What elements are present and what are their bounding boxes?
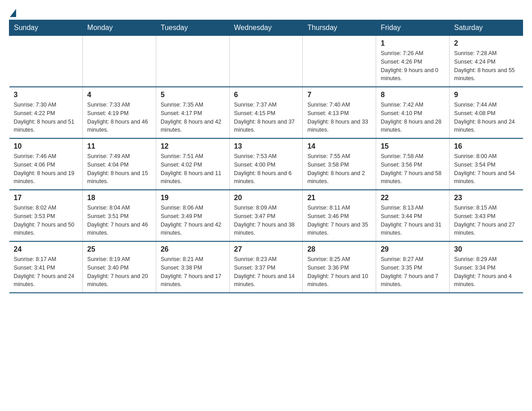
- day-info: Sunrise: 7:40 AMSunset: 4:13 PMDaylight:…: [307, 101, 371, 134]
- calendar-cell: 7Sunrise: 7:40 AMSunset: 4:13 PMDaylight…: [303, 87, 376, 138]
- weekday-header-thursday: Thursday: [303, 20, 376, 36]
- day-info: Sunrise: 7:44 AMSunset: 4:08 PMDaylight:…: [454, 101, 518, 134]
- calendar-cell: 13Sunrise: 7:53 AMSunset: 4:00 PMDayligh…: [229, 138, 303, 190]
- day-number: 12: [161, 142, 225, 150]
- calendar-body: 1Sunrise: 7:26 AMSunset: 4:26 PMDaylight…: [9, 36, 523, 293]
- day-info: Sunrise: 7:46 AMSunset: 4:06 PMDaylight:…: [14, 152, 78, 186]
- day-info: Sunrise: 7:51 AMSunset: 4:02 PMDaylight:…: [161, 152, 225, 186]
- day-number: 11: [87, 142, 151, 150]
- calendar-cell: 4Sunrise: 7:33 AMSunset: 4:19 PMDaylight…: [82, 87, 156, 138]
- weekday-header-monday: Monday: [82, 20, 156, 36]
- day-info: Sunrise: 7:42 AMSunset: 4:10 PMDaylight:…: [381, 101, 445, 134]
- day-number: 15: [381, 142, 445, 150]
- day-info: Sunrise: 8:15 AMSunset: 3:43 PMDaylight:…: [454, 204, 518, 237]
- day-number: 3: [14, 91, 78, 99]
- day-info: Sunrise: 8:00 AMSunset: 3:54 PMDaylight:…: [454, 152, 518, 186]
- calendar-cell: 17Sunrise: 8:02 AMSunset: 3:53 PMDayligh…: [9, 190, 83, 241]
- day-number: 22: [381, 194, 445, 202]
- calendar-cell: 27Sunrise: 8:23 AMSunset: 3:37 PMDayligh…: [229, 241, 303, 293]
- weekday-row: SundayMondayTuesdayWednesdayThursdayFrid…: [9, 20, 523, 36]
- calendar-cell: 20Sunrise: 8:09 AMSunset: 3:47 PMDayligh…: [229, 190, 303, 241]
- day-info: Sunrise: 8:17 AMSunset: 3:41 PMDaylight:…: [14, 255, 78, 289]
- calendar-cell: 10Sunrise: 7:46 AMSunset: 4:06 PMDayligh…: [9, 138, 83, 190]
- weekday-header-sunday: Sunday: [9, 20, 83, 36]
- calendar-cell: 25Sunrise: 8:19 AMSunset: 3:40 PMDayligh…: [82, 241, 156, 293]
- day-number: 17: [14, 194, 78, 202]
- day-number: 30: [454, 245, 518, 253]
- weekday-header-wednesday: Wednesday: [229, 20, 303, 36]
- calendar-cell: 12Sunrise: 7:51 AMSunset: 4:02 PMDayligh…: [156, 138, 229, 190]
- day-info: Sunrise: 8:09 AMSunset: 3:47 PMDaylight:…: [234, 204, 298, 237]
- day-info: Sunrise: 7:33 AMSunset: 4:19 PMDaylight:…: [87, 101, 151, 134]
- day-info: Sunrise: 7:26 AMSunset: 4:26 PMDaylight:…: [381, 49, 445, 83]
- day-number: 25: [87, 245, 151, 253]
- calendar-cell: 18Sunrise: 8:04 AMSunset: 3:51 PMDayligh…: [82, 190, 156, 241]
- day-number: 20: [234, 194, 298, 202]
- day-number: 4: [87, 91, 151, 99]
- day-number: 16: [454, 142, 518, 150]
- day-info: Sunrise: 7:30 AMSunset: 4:22 PMDaylight:…: [14, 101, 78, 134]
- calendar-cell: 1Sunrise: 7:26 AMSunset: 4:26 PMDaylight…: [376, 36, 450, 87]
- day-number: 9: [454, 91, 518, 99]
- day-info: Sunrise: 7:49 AMSunset: 4:04 PMDaylight:…: [87, 152, 151, 186]
- calendar-cell: 3Sunrise: 7:30 AMSunset: 4:22 PMDaylight…: [9, 87, 83, 138]
- calendar-cell: 22Sunrise: 8:13 AMSunset: 3:44 PMDayligh…: [376, 190, 450, 241]
- weekday-header-tuesday: Tuesday: [156, 20, 229, 36]
- calendar-cell: 15Sunrise: 7:58 AMSunset: 3:56 PMDayligh…: [376, 138, 450, 190]
- weekday-header-friday: Friday: [376, 20, 450, 36]
- day-info: Sunrise: 8:21 AMSunset: 3:38 PMDaylight:…: [161, 255, 225, 289]
- weekday-header-saturday: Saturday: [450, 20, 523, 36]
- calendar-week-5: 24Sunrise: 8:17 AMSunset: 3:41 PMDayligh…: [9, 241, 523, 293]
- day-info: Sunrise: 8:23 AMSunset: 3:37 PMDaylight:…: [234, 255, 298, 289]
- calendar-cell: [9, 36, 83, 87]
- day-number: 10: [14, 142, 78, 150]
- calendar-week-1: 1Sunrise: 7:26 AMSunset: 4:26 PMDaylight…: [9, 36, 523, 87]
- day-info: Sunrise: 7:35 AMSunset: 4:17 PMDaylight:…: [161, 101, 225, 134]
- day-number: 27: [234, 245, 298, 253]
- calendar-cell: 26Sunrise: 8:21 AMSunset: 3:38 PMDayligh…: [156, 241, 229, 293]
- calendar-cell: 6Sunrise: 7:37 AMSunset: 4:15 PMDaylight…: [229, 87, 303, 138]
- calendar-cell: 11Sunrise: 7:49 AMSunset: 4:04 PMDayligh…: [82, 138, 156, 190]
- day-info: Sunrise: 8:02 AMSunset: 3:53 PMDaylight:…: [14, 204, 78, 237]
- day-number: 6: [234, 91, 298, 99]
- day-number: 28: [307, 245, 371, 253]
- calendar-cell: [303, 36, 376, 87]
- calendar-cell: 8Sunrise: 7:42 AMSunset: 4:10 PMDaylight…: [376, 87, 450, 138]
- day-info: Sunrise: 7:28 AMSunset: 4:24 PMDaylight:…: [454, 49, 518, 83]
- calendar-cell: [156, 36, 229, 87]
- day-number: 14: [307, 142, 371, 150]
- calendar-table: SundayMondayTuesdayWednesdayThursdayFrid…: [9, 20, 523, 293]
- day-number: 8: [381, 91, 445, 99]
- page-header: [9, 9, 523, 15]
- calendar-cell: 5Sunrise: 7:35 AMSunset: 4:17 PMDaylight…: [156, 87, 229, 138]
- day-number: 5: [161, 91, 225, 99]
- calendar-cell: 21Sunrise: 8:11 AMSunset: 3:46 PMDayligh…: [303, 190, 376, 241]
- day-info: Sunrise: 8:25 AMSunset: 3:36 PMDaylight:…: [307, 255, 371, 289]
- day-info: Sunrise: 8:27 AMSunset: 3:35 PMDaylight:…: [381, 255, 445, 289]
- day-info: Sunrise: 7:53 AMSunset: 4:00 PMDaylight:…: [234, 152, 298, 186]
- calendar-cell: [229, 36, 303, 87]
- calendar-cell: 24Sunrise: 8:17 AMSunset: 3:41 PMDayligh…: [9, 241, 83, 293]
- day-info: Sunrise: 8:11 AMSunset: 3:46 PMDaylight:…: [307, 204, 371, 237]
- calendar-cell: 16Sunrise: 8:00 AMSunset: 3:54 PMDayligh…: [450, 138, 523, 190]
- day-number: 23: [454, 194, 518, 202]
- calendar-cell: 30Sunrise: 8:29 AMSunset: 3:34 PMDayligh…: [450, 241, 523, 293]
- calendar-cell: 9Sunrise: 7:44 AMSunset: 4:08 PMDaylight…: [450, 87, 523, 138]
- day-info: Sunrise: 8:19 AMSunset: 3:40 PMDaylight:…: [87, 255, 151, 289]
- day-number: 2: [454, 39, 518, 47]
- calendar-cell: [82, 36, 156, 87]
- calendar-cell: 19Sunrise: 8:06 AMSunset: 3:49 PMDayligh…: [156, 190, 229, 241]
- day-info: Sunrise: 8:13 AMSunset: 3:44 PMDaylight:…: [381, 204, 445, 237]
- calendar-cell: 14Sunrise: 7:55 AMSunset: 3:58 PMDayligh…: [303, 138, 376, 190]
- calendar-week-4: 17Sunrise: 8:02 AMSunset: 3:53 PMDayligh…: [9, 190, 523, 241]
- day-number: 18: [87, 194, 151, 202]
- calendar-cell: 23Sunrise: 8:15 AMSunset: 3:43 PMDayligh…: [450, 190, 523, 241]
- day-info: Sunrise: 8:04 AMSunset: 3:51 PMDaylight:…: [87, 204, 151, 237]
- calendar-cell: 28Sunrise: 8:25 AMSunset: 3:36 PMDayligh…: [303, 241, 376, 293]
- logo-triangle-icon: [10, 9, 16, 17]
- calendar-cell: 29Sunrise: 8:27 AMSunset: 3:35 PMDayligh…: [376, 241, 450, 293]
- calendar-week-2: 3Sunrise: 7:30 AMSunset: 4:22 PMDaylight…: [9, 87, 523, 138]
- logo: [9, 9, 17, 15]
- calendar-week-3: 10Sunrise: 7:46 AMSunset: 4:06 PMDayligh…: [9, 138, 523, 190]
- day-number: 13: [234, 142, 298, 150]
